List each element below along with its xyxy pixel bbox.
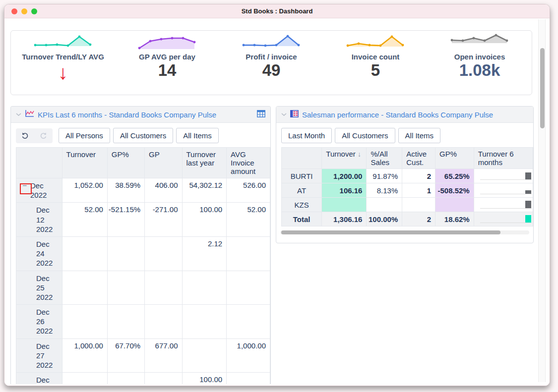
cell-turnover: 1,052.00 [62,178,107,203]
cell-pct-sales: 100.00% [367,212,402,226]
cell-turnover-ly [182,305,227,339]
header-pct-all-sales[interactable]: %/All Sales [367,148,402,169]
cell-gp: 677.00 [145,338,182,373]
cell-turnover: 1,200.00 [322,169,367,183]
mini-bar [525,201,531,208]
vertical-scrollbar[interactable] [538,19,546,382]
table-row: BURTI 1,200.00 91.87% 2 65.25% [282,169,533,183]
horizontal-scrollbar[interactable] [280,230,529,234]
table-row: Dec 27 2022 1,000.00 67.70% 677.00 1,000… [16,338,270,373]
cell-turnover: 1,306.16 [322,212,367,226]
app-window: Std Books : Dashboard Turnover Trend/LY … [4,4,550,386]
cell-turnover [62,305,107,339]
table-row: Dec 24 2022 2.12 [16,236,270,271]
open-invoices-sparkline [449,30,511,52]
header-gp-pct[interactable]: GP% [435,148,474,169]
row-label-dec-2022: − Dec 2022 [16,178,62,203]
cell-turnover: 1,000.00 [62,338,107,373]
cell-gp-pct: -508.52% [435,183,474,198]
cell-gp [145,271,182,305]
header-blank [16,148,62,178]
header-avg-invoice[interactable]: AVG Invoice amount [227,148,270,178]
kpi-turnover-trend: Turnover Trend/LY AVG ↓ [11,31,115,95]
header-turnover-6m[interactable]: Turnover 6 months [474,148,533,169]
table-row: − Dec 2022 1,052.00 38.59% 406.00 54,302… [16,178,270,203]
cell-active-cust: 1 [402,183,435,198]
turnover-trend-sparkline [32,30,94,52]
header-turnover-ly[interactable]: Turnover last year [182,148,227,178]
filter-all-customers[interactable]: All Customers [113,128,173,143]
table-row: Dec 26 2022 [16,305,270,339]
cell-gp-pct: 67.70% [107,338,144,373]
kpi-value: 1.08k [459,62,500,79]
mini-bar [525,172,531,179]
row-label: Dec 27 2022 [16,338,62,373]
kpi-profit-invoice: Profit / invoice 49 [219,31,323,95]
header-turnover[interactable]: Turnover ↓ [322,148,367,169]
vertical-scrollbar-thumb[interactable] [540,48,545,128]
redo-button[interactable] [34,128,53,143]
kpis-toolbar: All Persons All Customers All Items [11,123,270,147]
header-active-cust[interactable]: Active Cust. [402,148,435,169]
kpis-table: Turnover GP% GP Turnover last year AVG I… [16,147,270,386]
kpi-open-invoices: Open invoices 1.08k [428,31,532,95]
cell-gp-pct [107,305,144,339]
table-row: AT 106.16 8.13% 1 -508.52% [282,183,533,198]
mini-bar [525,215,531,223]
salesman-toolbar: Last Month All Customers All Items [276,123,533,147]
horizontal-scrollbar-thumb[interactable] [281,230,500,234]
dashboard-content: Turnover Trend/LY AVG ↓ GP AVG per day 1… [4,18,550,386]
cell-avg-invoice [227,305,270,339]
table-row: Dec 25 2022 [16,271,270,305]
filter-last-month[interactable]: Last Month [281,128,332,143]
filter-all-persons[interactable]: All Persons [59,128,110,143]
close-button[interactable] [11,8,17,14]
undo-button[interactable] [16,128,34,143]
header-turnover[interactable]: Turnover [62,148,107,178]
header-gp-pct[interactable]: GP% [107,148,144,178]
kpi-invoice-count: Invoice count 5 [323,31,428,95]
table-row: Dec 12 2022 52.00 -521.15% -271.00 100.0… [16,203,270,237]
cell-active-cust: 2 [402,169,435,183]
kpi-label: Invoice count [352,53,400,61]
panel-title: Salesman performance - Standard Books Co… [302,111,493,119]
window-title: Std Books : Dashboard [242,7,313,15]
title-bar: Std Books : Dashboard [4,4,550,18]
line-chart-icon [25,110,34,119]
cell-avg-invoice: 1,000.00 [227,338,270,373]
kpi-value: 14 [158,62,177,79]
filter-all-items[interactable]: All Items [176,128,219,143]
mini-bar [525,190,531,194]
undo-redo-group [16,128,53,143]
filter-all-items[interactable]: All Items [398,128,441,143]
zoom-button[interactable] [31,8,37,14]
header-gp[interactable]: GP [145,148,182,178]
cell-gp-pct: -521.15% [107,203,144,237]
minimize-button[interactable] [21,8,27,14]
cell-pct-sales: 91.87% [367,169,402,183]
chevron-down-icon[interactable] [281,112,287,116]
table-chart-icon [290,110,299,119]
cell-turnover-ly: 54,302.12 [182,178,227,203]
kpi-label: Profit / invoice [246,53,297,61]
cell-turnover [62,271,107,305]
kpi-label: Open invoices [454,53,505,61]
cell-active-cust: 2 [402,212,435,226]
row-label-at: AT [282,183,322,198]
row-label-kzs: KZS [282,198,322,212]
row-label: Dec 25 2022 [16,271,62,305]
filter-all-customers[interactable]: All Customers [335,128,395,143]
chevron-down-icon[interactable] [16,112,21,116]
kpis-panel-header: KPIs Last 6 months - Standard Books Comp… [11,107,270,123]
table-total-row: Total 1,306.16 100.00% 2 18.62% [282,212,533,226]
invoice-count-sparkline [345,30,407,52]
salesman-panel-header: Salesman performance - Standard Books Co… [276,107,533,123]
footer-bar: Rādīt detalizēti Vairāk iespēju [4,384,550,386]
cell-turnover-6m-chart [474,212,533,226]
table-view-icon[interactable] [257,110,265,119]
cell-gp: 406.00 [145,178,182,203]
traffic-lights [11,8,37,14]
kpis-panel: KPIs Last 6 months - Standard Books Comp… [10,106,271,386]
salesman-table: Turnover ↓ %/All Sales Active Cust. GP% … [281,147,533,226]
header-blank [282,148,322,169]
